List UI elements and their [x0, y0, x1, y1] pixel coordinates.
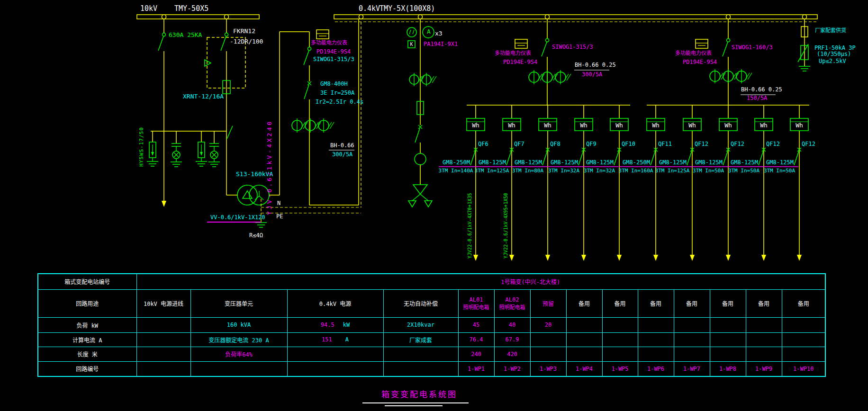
value-cell: 94.5kW [287, 317, 383, 332]
feeder-breaker-model: GM8-125M [726, 160, 763, 166]
empty-cell [674, 332, 710, 347]
empty-cell [602, 317, 638, 332]
feeder-breaker-model: GM8-125M [654, 160, 691, 166]
ammeter-count: x3 [435, 30, 443, 37]
feeder-energy-meter-label: Wh [719, 122, 737, 129]
empty-cell [710, 332, 746, 347]
empty-cell [136, 317, 190, 332]
feeder-breaker-trip: 3TM In=125A [652, 168, 692, 174]
empty-cell [383, 347, 458, 361]
feeder-breaker-model: GM8-125M [546, 160, 583, 166]
feeder-energy-meter-label: Wh [575, 122, 593, 129]
col-header: 预留 [530, 289, 566, 317]
feeder-cable-label: YJV22-0.6/1kV-4X95+1X50 [503, 184, 509, 259]
value-cell: 变压器额定电流 230 A [190, 332, 287, 347]
feeder-breaker-id: QF12 [802, 141, 815, 148]
value-cell: 160 kVA [190, 317, 287, 332]
col-header: 备用 [674, 289, 710, 317]
feeder-breaker-id: QF11 [658, 141, 672, 148]
empty-cell [746, 332, 782, 347]
feeder-energy-meter-label: Wh [683, 122, 701, 129]
col-header: 备用 [566, 289, 602, 317]
col-header: AL02照明配电箱 [494, 289, 530, 317]
feeder-energy-meter-label: Wh [539, 122, 557, 129]
table-row: 箱式变配电站编号 1号箱变(中兴-北大楼) [38, 274, 825, 289]
value-cell: 1-WP5 [602, 361, 638, 376]
empty-cell [638, 347, 674, 361]
empty-cell [190, 361, 287, 376]
col-header: 备用 [710, 289, 746, 317]
empty-cell [746, 347, 782, 361]
feeder-breaker-trip: 3TM In=32A [544, 168, 584, 174]
empty-cell [674, 347, 710, 361]
empty-cell [602, 332, 638, 347]
feeder-energy-meter-label: Wh [755, 122, 773, 129]
title-rule-1 [362, 402, 469, 403]
table-row: 回路编号 1-WP1 1-WP2 1-WP3 1-WP4 1-WP5 1-WP6… [38, 361, 825, 376]
feeder-energy-meter-label: Wh [503, 122, 521, 129]
row-header: 回路编号 [38, 361, 136, 376]
feeder-breaker-model: GM8-125M [510, 160, 547, 166]
switch-model-b: SIWOG1-160/3 [732, 45, 773, 51]
value-cell: 1-WP9 [746, 361, 782, 376]
n-label: N [277, 200, 280, 207]
empty-cell [566, 332, 602, 347]
ct-model-b: BH-0.66 0.25 [741, 87, 782, 93]
empty-cell [710, 317, 746, 332]
empty-cell [782, 332, 825, 347]
value-cell: 1-WP6 [638, 361, 674, 376]
pe-label: PE [276, 214, 283, 220]
empty-cell [638, 332, 674, 347]
value-cell: 2X10kvar [383, 317, 458, 332]
ct-ratio-b: 150/5A [747, 95, 767, 102]
value-cell: 1-WP7 [674, 361, 710, 376]
feeder-energy-meter-label: Wh [790, 122, 808, 129]
table-row: 计算电流 A 变压器额定电流 230 A 151A 厂家成套 76.4 67.9 [38, 332, 825, 347]
empty-cell [782, 347, 825, 361]
cad-drawing-page: { "colors":{"line_yellow":"#ffff00","dev… [0, 0, 868, 411]
lv-main-cable-label: YJV-0.6/1kV-4X240 [266, 100, 273, 215]
feeder-breaker-trip: 3TM In=160A [616, 168, 656, 174]
feeder-breaker-model: GM8-125M [474, 160, 511, 166]
fuse-switch-model2: -12DR/100 [230, 38, 263, 45]
value-cell: 1-WP3 [530, 361, 566, 376]
meter-name-b: 多功能电力仪表 [675, 51, 712, 57]
fuse-switch-model: FKRN12 [233, 28, 255, 35]
hv-fuse-model: XRNT-12/16A [183, 93, 224, 100]
feeder-breaker-model: GM8-250M [438, 160, 475, 166]
station-name: 1号箱变(中兴-北大楼) [136, 274, 825, 289]
feeder-cable-label: YJV22-0.6/1kV-4X70+1X35 [467, 184, 473, 259]
ct-model-a: BH-0.66 0.25 [575, 62, 616, 69]
value-cell: 负荷率64% [190, 347, 287, 361]
empty-cell [674, 317, 710, 332]
empty-cell [530, 332, 566, 347]
ammeter-letter: A [426, 28, 432, 36]
ammeter-model: PA194I-9X1 [424, 41, 458, 48]
table-row: 长度 米 负荷率64% 240 420 [38, 347, 825, 361]
spd-supply-note: 厂家配套供货 [815, 28, 846, 34]
empty-cell [287, 347, 383, 361]
feeder-breaker-id: QF10 [622, 141, 635, 148]
value-cell: 45 [458, 317, 494, 332]
empty-cell [782, 317, 825, 332]
empty-cell [136, 332, 190, 347]
feeder-breaker-trip: 3TM In=80A [508, 168, 548, 174]
current-test-switch: K [408, 42, 415, 47]
hv-bus-spec: TMY-50X5 [174, 5, 208, 13]
title-rule-2 [385, 405, 443, 406]
feeder-breaker-trip: 3TM In=50A [760, 168, 799, 174]
empty-cell [602, 347, 638, 361]
table-row: 回路用途 10kV 电源进线 变压器单元 0.4kV 电源 无功自动补偿 AL0… [38, 289, 825, 317]
value-cell: 20 [530, 317, 566, 332]
lv-bus-voltage: 0.4kV [359, 5, 380, 13]
empty-cell [287, 361, 383, 376]
ground-resistance: R≤4Ω [249, 232, 263, 239]
row-header: 负荷 kW [38, 317, 136, 332]
ground-cable-label: VV-0.6/1kV-1X120 [210, 214, 265, 221]
meter-model-a: PD194E-9S4 [503, 59, 537, 66]
feeder-breaker-id: QF12 [731, 141, 744, 148]
main-breaker-trip: 3E Ir=250A [320, 90, 354, 97]
feeder-breaker-id: QF6 [478, 141, 488, 148]
feeder-breaker-id: QF7 [514, 141, 524, 148]
feeder-breaker-trip: 3TM In=32A [579, 168, 619, 174]
